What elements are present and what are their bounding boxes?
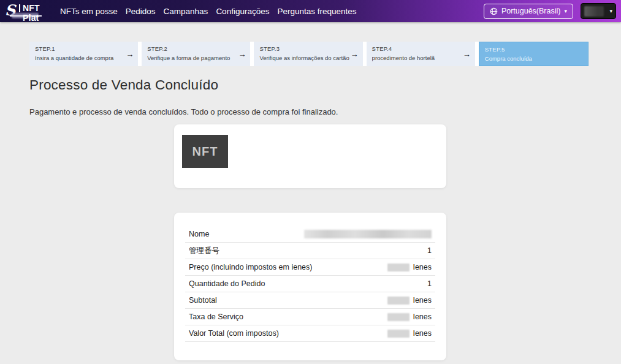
account-menu-button[interactable]: ▾ xyxy=(581,3,616,19)
step-2: STEP.2 Verifique a forma de pagamento → xyxy=(142,42,250,66)
row-value: Ienes xyxy=(387,296,432,305)
account-redacted-value xyxy=(584,6,604,17)
step-label: Insira a quantidade de compra xyxy=(35,55,132,61)
row-label: 管理番号 xyxy=(189,246,219,256)
currency-suffix: Ienes xyxy=(413,313,432,321)
row-label: Quantidade do Pedido xyxy=(189,279,265,288)
table-row-subtotal: Subtotal Ienes xyxy=(185,292,435,309)
nav-item-configuracoes[interactable]: Configurações xyxy=(216,3,269,20)
row-label: Valor Total (com impostos) xyxy=(189,329,279,338)
row-label: Nome xyxy=(189,230,209,238)
nav-item-pedidos[interactable]: Pedidos xyxy=(126,3,156,20)
logo[interactable]: S NFT Plat xyxy=(4,1,58,21)
table-row-quantidade: Quantidade do Pedido 1 xyxy=(185,276,435,292)
step-1: STEP.1 Insira a quantidade de compra → xyxy=(29,42,138,66)
language-selector-label: Português(Brasil) xyxy=(501,7,561,15)
step-label: Compra concluída xyxy=(485,55,582,62)
arrow-right-icon: → xyxy=(463,50,471,59)
currency-suffix: Ienes xyxy=(413,329,432,338)
redacted-value xyxy=(387,264,410,271)
step-label: Verifique as informações do cartão xyxy=(259,55,357,61)
redacted-value xyxy=(304,230,432,238)
language-selector-button[interactable]: Português(Brasil) ▾ xyxy=(484,4,573,19)
nft-image-card: NFT xyxy=(174,124,446,188)
nav-item-nfts-em-posse[interactable]: NFTs em posse xyxy=(60,3,118,20)
table-row-preco: Preço (incluindo impostos em ienes) Iene… xyxy=(185,259,435,276)
row-value: 1 xyxy=(427,246,432,255)
globe-icon xyxy=(490,7,498,15)
currency-suffix: Ienes xyxy=(413,296,432,305)
arrow-right-icon: → xyxy=(238,50,246,59)
order-details-card: Nome 管理番号 1 Preço (incluindo impostos em… xyxy=(174,213,446,360)
step-label: procedimento de hortelã xyxy=(372,55,470,61)
row-value: 1 xyxy=(427,279,432,288)
step-label: Verifique a forma de pagamento xyxy=(147,55,245,61)
checkout-steps: STEP.1 Insira a quantidade de compra → S… xyxy=(29,42,589,66)
step-4: STEP.4 procedimento de hortelã → xyxy=(367,42,475,66)
step-number: STEP.5 xyxy=(485,46,582,53)
nav-item-perguntas-frequentes[interactable]: Perguntas frequentes xyxy=(277,3,356,20)
nft-thumbnail: NFT xyxy=(182,135,228,168)
chevron-down-icon: ▾ xyxy=(609,9,612,14)
step-number: STEP.4 xyxy=(372,45,470,52)
row-value: Ienes xyxy=(387,263,432,271)
row-value: Ienes xyxy=(387,329,432,338)
table-row-numero-gestao: 管理番号 1 xyxy=(185,243,435,259)
navbar: S NFT Plat NFTs em posse Pedidos Campanh… xyxy=(0,0,621,22)
redacted-value xyxy=(387,297,410,305)
row-value xyxy=(304,230,432,238)
row-value: Ienes xyxy=(387,313,432,321)
table-row-nome: Nome xyxy=(185,226,435,243)
table-row-taxa-servico: Taxa de Serviço Ienes xyxy=(185,309,435,325)
page-title: Processo de Venda Concluído xyxy=(29,77,218,93)
logo-brand-text: NFT Plat xyxy=(23,3,58,23)
redacted-value xyxy=(387,330,410,338)
step-number: STEP.2 xyxy=(147,45,245,52)
arrow-right-icon: → xyxy=(351,50,359,59)
nav-menu: NFTs em posse Pedidos Campanhas Configur… xyxy=(60,3,357,20)
arrow-right-icon: → xyxy=(126,50,134,59)
currency-suffix: Ienes xyxy=(413,263,432,271)
row-label: Subtotal xyxy=(189,296,217,305)
logo-separator xyxy=(19,4,20,12)
page-subtitle: Pagamento e processo de venda concluídos… xyxy=(29,107,338,116)
chevron-down-icon: ▾ xyxy=(564,9,567,14)
step-3: STEP.3 Verifique as informações do cartã… xyxy=(254,42,362,66)
step-number: STEP.3 xyxy=(259,45,357,52)
step-number: STEP.1 xyxy=(35,45,132,52)
row-label: Taxa de Serviço xyxy=(189,313,243,321)
nav-item-campanhas[interactable]: Campanhas xyxy=(164,3,208,20)
row-label: Preço (incluindo impostos em ienes) xyxy=(189,263,312,271)
redacted-value xyxy=(387,313,410,321)
table-row-valor-total: Valor Total (com impostos) Ienes xyxy=(185,325,435,342)
step-5-active: STEP.5 Compra concluída xyxy=(479,42,589,66)
